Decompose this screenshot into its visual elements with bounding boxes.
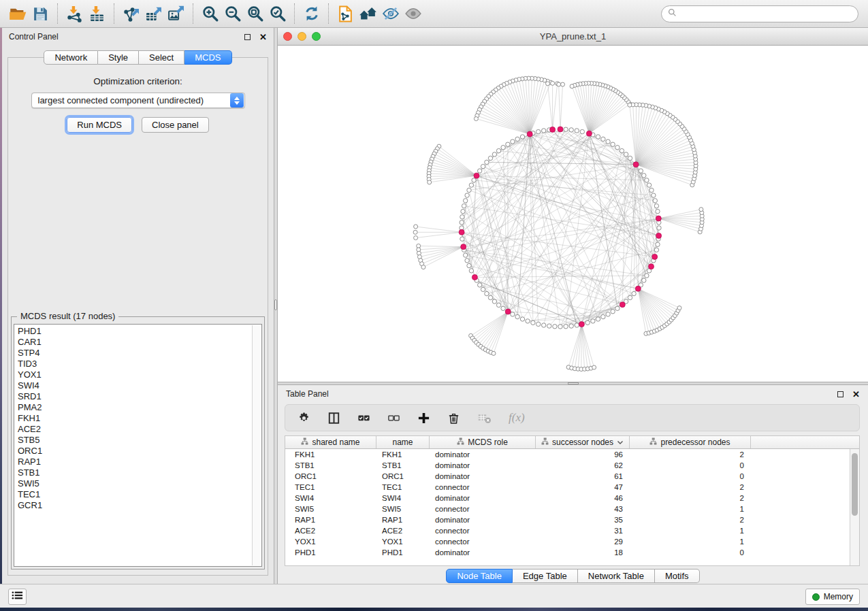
mcds-result-item[interactable]: FKH1 xyxy=(18,413,261,424)
network-node[interactable] xyxy=(496,148,500,152)
table-cell[interactable]: SWI4 xyxy=(376,493,430,503)
network-node[interactable] xyxy=(492,299,496,303)
mcds-result-item[interactable]: PHD1 xyxy=(18,326,261,337)
network-node[interactable] xyxy=(485,291,489,295)
table-cell[interactable]: TEC1 xyxy=(285,482,376,493)
mcds-hub-node[interactable] xyxy=(527,131,532,137)
network-node[interactable] xyxy=(575,129,579,133)
network-node[interactable] xyxy=(501,306,505,310)
close-panel-button[interactable]: Close panel xyxy=(142,117,209,133)
close-panel-icon[interactable]: ✕ xyxy=(259,33,267,42)
network-node[interactable] xyxy=(624,152,628,156)
column-header-shared-name[interactable]: shared name xyxy=(285,436,376,448)
tab-node-table[interactable]: Node Table xyxy=(446,569,513,583)
mcds-result-item[interactable]: ACE2 xyxy=(18,424,261,435)
table-cell[interactable]: 47 xyxy=(536,482,630,493)
network-node[interactable] xyxy=(653,199,657,203)
network-node[interactable] xyxy=(531,320,535,325)
network-node[interactable] xyxy=(611,142,615,146)
table-cell[interactable]: 1 xyxy=(630,503,751,514)
table-cell[interactable]: ACE2 xyxy=(376,525,430,536)
table-cell[interactable]: TEC1 xyxy=(376,482,430,493)
mcds-result-item[interactable]: TID3 xyxy=(18,359,261,369)
network-node[interactable] xyxy=(547,324,551,328)
table-cell[interactable]: 0 xyxy=(630,460,751,471)
table-cell[interactable]: 0 xyxy=(630,471,751,482)
network-node[interactable] xyxy=(515,137,519,141)
mcds-hub-node[interactable] xyxy=(620,302,625,308)
mcds-hub-node[interactable] xyxy=(633,162,639,167)
mcds-hub-node[interactable] xyxy=(472,275,477,280)
tab-motifs[interactable]: Motifs xyxy=(655,569,700,583)
table-cell[interactable]: SWI4 xyxy=(285,493,376,503)
table-cell[interactable]: 46 xyxy=(536,493,630,503)
mcds-hub-node[interactable] xyxy=(461,244,466,250)
network-node[interactable] xyxy=(546,82,550,86)
mcds-result-item[interactable]: SWI4 xyxy=(18,380,261,391)
network-node[interactable] xyxy=(575,323,579,327)
mcds-hub-node[interactable] xyxy=(649,264,654,269)
table-row[interactable]: ACE2ACE2connector311 xyxy=(285,525,859,536)
network-node[interactable] xyxy=(591,319,595,323)
network-node[interactable] xyxy=(413,230,417,234)
mcds-result-item[interactable]: YOX1 xyxy=(18,369,261,380)
network-node[interactable] xyxy=(649,188,654,192)
network-node[interactable] xyxy=(654,248,658,252)
table-cell[interactable]: YOX1 xyxy=(285,536,376,547)
mcds-hub-node[interactable] xyxy=(635,286,641,291)
network-node[interactable] xyxy=(615,306,620,310)
gear-icon[interactable] xyxy=(298,412,310,425)
table-row[interactable]: YOX1YOX1connector291 xyxy=(285,536,859,547)
network-node[interactable] xyxy=(501,146,505,150)
vertical-splitter-grip[interactable] xyxy=(274,299,277,310)
table-cell[interactable]: RAP1 xyxy=(285,514,376,525)
network-node[interactable] xyxy=(520,135,524,139)
network-node[interactable] xyxy=(558,325,562,329)
network-node[interactable] xyxy=(465,259,469,263)
export-table-icon[interactable] xyxy=(142,3,165,25)
table-cell[interactable]: RAP1 xyxy=(376,514,430,525)
tab-edge-table[interactable]: Edge Table xyxy=(513,569,578,583)
tab-mcds[interactable]: MCDS xyxy=(184,50,231,65)
network-node[interactable] xyxy=(656,210,660,214)
table-cell[interactable]: dominator xyxy=(430,460,536,471)
close-table-panel-icon[interactable]: ✕ xyxy=(852,390,860,399)
network-node[interactable] xyxy=(511,139,515,144)
network-node[interactable] xyxy=(536,322,541,326)
network-node[interactable] xyxy=(421,265,425,269)
network-node[interactable] xyxy=(462,204,466,208)
mcds-result-item[interactable]: SWI5 xyxy=(18,478,261,489)
zoom-in-icon[interactable] xyxy=(199,3,221,25)
search-input[interactable] xyxy=(680,9,852,18)
add-icon[interactable] xyxy=(417,412,430,425)
mcds-hub-node[interactable] xyxy=(652,254,658,259)
table-cell[interactable]: dominator xyxy=(430,514,536,525)
network-node[interactable] xyxy=(652,193,656,197)
network-node[interactable] xyxy=(467,188,471,192)
table-cell[interactable]: 18 xyxy=(536,547,630,558)
mcds-hub-node[interactable] xyxy=(474,173,479,178)
table-cell[interactable]: 2 xyxy=(630,514,751,525)
network-node[interactable] xyxy=(496,303,500,307)
network-node[interactable] xyxy=(611,310,615,314)
mcds-result-item[interactable]: RAP1 xyxy=(18,457,261,467)
table-cell[interactable]: ACE2 xyxy=(285,525,376,536)
network-node[interactable] xyxy=(506,142,510,146)
network-node[interactable] xyxy=(606,312,610,316)
table-cell[interactable]: connector xyxy=(430,536,536,547)
float-panel-icon[interactable] xyxy=(244,34,251,40)
table-row[interactable]: PHD1PHD1dominator180 xyxy=(285,547,859,558)
column-header-name[interactable]: name xyxy=(376,436,430,448)
network-node[interactable] xyxy=(464,199,468,203)
network-node[interactable] xyxy=(615,146,620,150)
network-node[interactable] xyxy=(481,164,485,168)
table-cell[interactable]: PHD1 xyxy=(376,547,430,558)
save-session-icon[interactable] xyxy=(29,3,52,25)
network-node[interactable] xyxy=(564,127,568,131)
network-node[interactable] xyxy=(642,278,646,282)
task-history-button[interactable] xyxy=(8,589,27,605)
network-node[interactable] xyxy=(654,204,658,208)
network-node[interactable] xyxy=(474,117,478,121)
mcds-list-scrollbar[interactable] xyxy=(252,325,261,565)
table-scrollbar-thumb[interactable] xyxy=(852,453,858,516)
